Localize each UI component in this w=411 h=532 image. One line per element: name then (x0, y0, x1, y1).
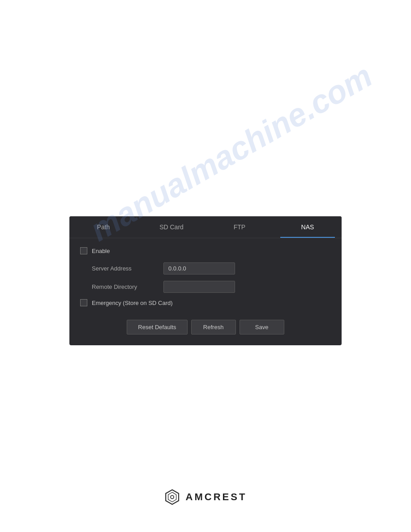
tab-bar: Path SD Card FTP NAS (69, 216, 342, 238)
refresh-button[interactable]: Refresh (191, 320, 236, 335)
reset-defaults-button[interactable]: Reset Defaults (127, 320, 187, 335)
server-address-row: Server Address (80, 262, 331, 275)
logo-container: AMCREST (164, 489, 247, 505)
enable-row: Enable (80, 247, 331, 254)
main-panel: Path SD Card FTP NAS Enable Server Addre… (69, 216, 342, 345)
remote-directory-row: Remote Directory (80, 281, 331, 293)
enable-label: Enable (92, 248, 110, 254)
emergency-row: Emergency (Store on SD Card) (80, 299, 331, 306)
amcrest-logo-text: AMCREST (186, 491, 247, 503)
emergency-label: Emergency (Store on SD Card) (92, 300, 173, 306)
content-area: Enable Server Address Remote Directory E… (69, 238, 342, 345)
emergency-checkbox[interactable] (80, 299, 87, 306)
button-row: Reset Defaults Refresh Save (80, 316, 331, 335)
svg-marker-1 (168, 492, 176, 502)
svg-point-2 (171, 495, 174, 498)
tab-path[interactable]: Path (69, 216, 137, 238)
tab-sd-card[interactable]: SD Card (137, 216, 206, 238)
server-address-input[interactable] (163, 262, 235, 275)
enable-checkbox[interactable] (80, 247, 87, 254)
tab-nas[interactable]: NAS (274, 216, 342, 238)
amcrest-logo-icon (164, 489, 180, 505)
server-address-label: Server Address (92, 265, 163, 272)
save-button[interactable]: Save (240, 320, 284, 335)
remote-directory-label: Remote Directory (92, 283, 163, 290)
tab-ftp[interactable]: FTP (206, 216, 274, 238)
remote-directory-input[interactable] (163, 281, 235, 293)
